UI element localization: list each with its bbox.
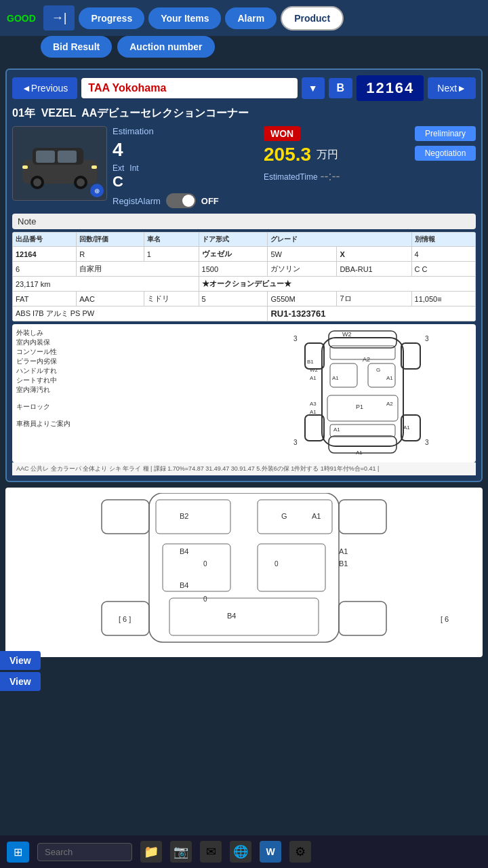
taskbar: ⊞ 📁 📷 ✉ 🌐 W ⚙ [0, 835, 488, 868]
won-badge: WON [264, 126, 300, 141]
nav-arrow-btn[interactable]: →| [43, 5, 75, 31]
cell-5w: 5W [268, 247, 337, 262]
svg-rect-45 [339, 601, 386, 635]
note-exterior: 外装しみ [16, 328, 243, 338]
svg-rect-50 [169, 598, 319, 635]
car-model: VEZEL [41, 107, 76, 119]
prev-button[interactable]: ◄Previous [12, 77, 77, 99]
center-details: WON 205.3 万円 EstimatedTime --:-- [264, 126, 412, 208]
taskbar-icon-word[interactable]: W [260, 841, 281, 863]
progress-btn[interactable]: Progress [79, 7, 144, 29]
svg-text:B4: B4 [180, 581, 188, 589]
extended-diagram-svg: B2 G A1 B4 A1 B1 B4 B4 [ 6 ] [ 6 0 0 0 [11, 493, 477, 649]
svg-rect-3 [58, 151, 77, 163]
cell-mileage: 23,117 km [13, 277, 199, 292]
svg-rect-43 [339, 500, 386, 534]
product-btn[interactable]: Product [281, 6, 344, 31]
svg-text:A1: A1 [310, 409, 317, 415]
alarm-btn[interactable]: Alarm [225, 7, 277, 29]
magnify-icon[interactable]: ⊕ [90, 184, 104, 197]
cell-model: ヴェゼル [199, 247, 268, 262]
extended-diagram: B2 G A1 B4 A1 B1 B4 B4 [ 6 ] [ 6 0 0 0 [5, 488, 483, 657]
ext-int-row: Ext Int [113, 163, 261, 173]
svg-text:A1: A1 [310, 375, 317, 381]
next-button[interactable]: Next► [428, 77, 476, 99]
bid-result-btn[interactable]: Bid Result [41, 36, 112, 58]
note-seat: シートすれ中 [16, 376, 243, 385]
svg-rect-49 [258, 544, 325, 591]
view-btn-2[interactable]: View [0, 672, 41, 691]
taskbar-icon-email[interactable]: ✉ [200, 841, 222, 863]
estimated-time-row: EstimatedTime --:-- [264, 170, 412, 184]
car-info-row: ⊕ Estimation 4 Ext Int C [12, 126, 476, 208]
left-details: Estimation 4 Ext Int C RegistAlarm [113, 126, 261, 208]
alarm-toggle[interactable] [166, 193, 196, 208]
preliminary-btn[interactable]: Preliminary [415, 126, 476, 141]
view-btn-1[interactable]: View [0, 651, 41, 670]
svg-rect-48 [163, 544, 230, 591]
negotiation-btn[interactable]: Negotiation [415, 146, 476, 161]
note-section: Note [12, 214, 476, 229]
svg-rect-12 [329, 436, 396, 453]
taskbar-icon-camera[interactable]: 📷 [170, 841, 192, 863]
lot-number: 12164 [357, 75, 424, 101]
svg-text:G: G [376, 367, 380, 373]
cell-6: 6 [13, 262, 77, 277]
car-diagram: 外装しみ 室内内装保 コンソール性 ピラー内劣保 ハンドルすれ シートすれ中 室… [12, 324, 476, 462]
taskbar-icon-browser[interactable]: 🌐 [230, 841, 251, 863]
diagram-left: 外装しみ 室内内装保 コンソール性 ピラー内劣保 ハンドルすれ シートすれ中 室… [12, 324, 247, 462]
svg-rect-2 [36, 151, 55, 163]
off-label: OFF [201, 196, 219, 206]
start-button[interactable]: ⊞ [7, 842, 29, 863]
your-items-btn[interactable]: Your Items [148, 7, 221, 29]
nav-row: ◄Previous TAA Yokohama ▼ B 12164 Next► [12, 75, 476, 101]
svg-text:B4: B4 [227, 612, 236, 620]
car-title: 01年 VEZEL AAデビューセレクションコーナー [12, 106, 476, 121]
svg-point-7 [77, 178, 85, 186]
cell-cc-row2: C C [411, 262, 475, 277]
right-panel-btns: Preliminary Negotiation [415, 126, 476, 208]
header-door: ドア形式 [199, 233, 268, 247]
svg-text:W2: W2 [342, 331, 352, 338]
svg-text:[ 6 ]: [ 6 ] [119, 615, 131, 623]
svg-text:B2: B2 [180, 512, 188, 520]
note-console: コンソール性 [16, 347, 243, 357]
svg-text:A1: A1 [356, 450, 363, 456]
cell-gas: ガソリン [268, 262, 337, 277]
auction-number-btn[interactable]: Auction number [117, 36, 214, 58]
svg-text:P1: P1 [356, 403, 363, 410]
top-bar: GOOD →| Progress Your Items Alarm Produc… [0, 0, 488, 36]
note-dirty: 室内薄汚れ [16, 385, 243, 395]
cell-4: 4 [411, 247, 475, 262]
toggle-knob [182, 195, 195, 207]
note-pillar: ピラー内劣保 [16, 357, 243, 366]
taskbar-search-input[interactable] [37, 843, 132, 861]
dropdown-btn[interactable]: ▼ [302, 77, 325, 99]
cell-c2: C [422, 265, 428, 273]
svg-text:W2: W2 [310, 367, 319, 373]
cell-c1: C [415, 265, 420, 273]
taskbar-icon-extra[interactable]: ⚙ [289, 841, 311, 863]
auction-house: TAA Yokohama [81, 78, 297, 98]
est-time-value: --:-- [321, 170, 340, 184]
car-image: ⊕ [12, 126, 107, 201]
svg-text:3: 3 [293, 335, 298, 342]
cell-x: X [337, 247, 411, 262]
svg-text:3: 3 [293, 439, 298, 446]
note-interior: 室内内装保 [16, 338, 243, 347]
cell-aac: AAC [77, 292, 144, 307]
note-handle: ハンドルすれ [16, 366, 243, 376]
svg-rect-47 [258, 500, 332, 534]
two-col-layout: Estimation 4 Ext Int C RegistAlarm [113, 126, 476, 208]
good-label: GOOD [7, 13, 36, 24]
price-row: 205.3 万円 [264, 144, 412, 165]
svg-text:A1: A1 [386, 375, 393, 381]
svg-rect-8 [22, 165, 28, 169]
taskbar-icon-folder[interactable]: 📁 [140, 841, 162, 863]
svg-text:0: 0 [203, 595, 207, 603]
cell-r: R [77, 247, 144, 262]
cell-1500: 1500 [199, 262, 268, 277]
cell-7ro: 7ロ [337, 292, 411, 307]
svg-text:B1: B1 [307, 359, 314, 365]
est-time-label: EstimatedTime [264, 172, 318, 182]
